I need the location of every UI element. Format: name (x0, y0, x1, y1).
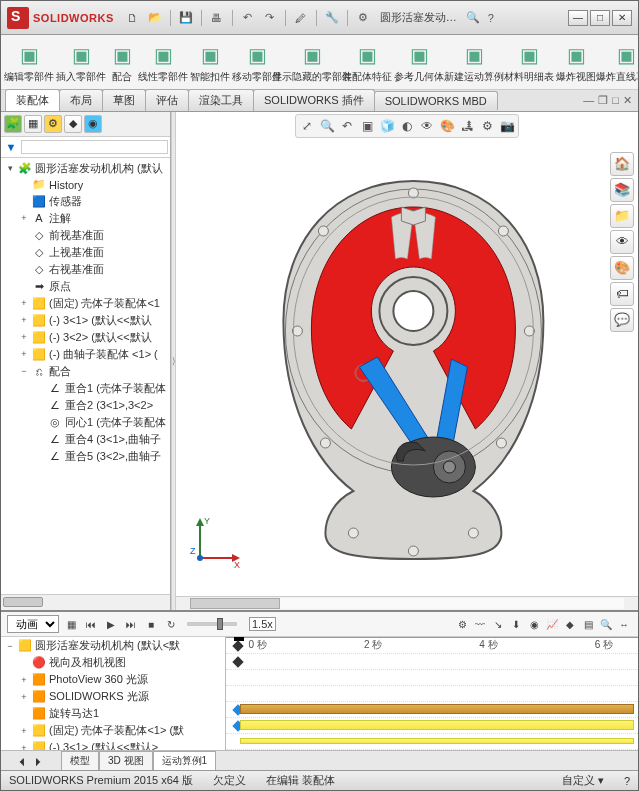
stop-icon[interactable]: ■ (143, 616, 159, 632)
motion-tab-3D 视图[interactable]: 3D 视图 (99, 751, 153, 770)
section-icon[interactable]: ▣ (358, 117, 376, 135)
motion-tab-模型[interactable]: 模型 (61, 751, 99, 770)
taskpane-library-icon[interactable]: 📚 (610, 178, 634, 202)
tree-item[interactable]: +🟨(-) 3<1> (默认<<默认 (1, 312, 170, 329)
motion-tree-item[interactable]: +🟧PhotoView 360 光源 (1, 671, 225, 688)
render-icon[interactable]: 📷 (498, 117, 516, 135)
ribbon-新建运动算例[interactable]: ▣新建运动算例 (445, 39, 503, 85)
tab-布局[interactable]: 布局 (59, 89, 103, 111)
tab-渲染工具[interactable]: 渲染工具 (188, 89, 254, 111)
ribbon-线性零部件[interactable]: ▣线性零部件 (137, 39, 189, 85)
rewind-icon[interactable]: ⏮ (83, 616, 99, 632)
fm-tab-dim-icon[interactable]: ◆ (64, 115, 82, 133)
ribbon-插入零部件[interactable]: ▣插入零部件 (55, 39, 107, 85)
prev-view-icon[interactable]: ↶ (338, 117, 356, 135)
tab-装配体[interactable]: 装配体 (5, 89, 60, 111)
tree-item[interactable]: ◇上视基准面 (1, 244, 170, 261)
status-help-icon[interactable]: ? (624, 775, 630, 787)
filter-icon[interactable]: ▼ (3, 139, 19, 155)
tree-item[interactable]: ∠重合1 (壳体子装配体 (1, 380, 170, 397)
speed-value[interactable]: 1.5x (249, 617, 276, 631)
motion-key-icon[interactable]: ◆ (562, 616, 578, 632)
tree-item[interactable]: +🟨(固定) 壳体子装配体<1 (1, 295, 170, 312)
motion-calc-icon[interactable]: ▦ (63, 616, 79, 632)
ribbon-智能扣件[interactable]: ▣智能扣件 (189, 39, 231, 85)
hide-show-icon[interactable]: 👁 (418, 117, 436, 135)
tab-SOLIDWORKS 插件[interactable]: SOLIDWORKS 插件 (253, 89, 375, 111)
taskpane-home-icon[interactable]: 🏠 (610, 152, 634, 176)
doc-close-icon[interactable]: ✕ (623, 94, 632, 107)
zoom-area-icon[interactable]: 🔍 (318, 117, 336, 135)
tab-SOLIDWORKS MBD[interactable]: SOLIDWORKS MBD (374, 91, 498, 110)
tab-评估[interactable]: 评估 (145, 89, 189, 111)
motion-tree-item[interactable]: +🟧SOLIDWORKS 光源 (1, 688, 225, 705)
ribbon-材料明细表[interactable]: ▣材料明细表 (503, 39, 555, 85)
fm-tab-property-icon[interactable]: ▦ (24, 115, 42, 133)
help-icon[interactable]: ? (482, 9, 500, 27)
filter-input[interactable] (21, 140, 168, 154)
motion-tab-nav-left[interactable]: ⏴ (17, 755, 28, 767)
ribbon-爆炸直线草图[interactable]: ▣爆炸直线草图 (597, 39, 638, 85)
search-icon[interactable]: 🔍 (464, 9, 482, 27)
motion-tree-item[interactable]: +🟨(-) 3<1> (默认<<默认> (1, 739, 225, 750)
close-button[interactable]: ✕ (612, 10, 632, 26)
ribbon-显示隐藏的零部件[interactable]: ▣显示隐藏的零部件 (283, 39, 341, 85)
taskpane-view-icon[interactable]: 👁 (610, 230, 634, 254)
motion-motor-icon[interactable]: ⚙ (454, 616, 470, 632)
status-custom-menu[interactable]: 自定义 ▾ (562, 773, 604, 788)
view-settings-icon[interactable]: ⚙ (478, 117, 496, 135)
ribbon-爆炸视图[interactable]: ▣爆炸视图 (555, 39, 597, 85)
motion-tab-运动算例1[interactable]: 运动算例1 (153, 751, 217, 770)
tree-item[interactable]: 🟦传感器 (1, 193, 170, 210)
fm-tab-tree-icon[interactable]: 🧩 (4, 115, 22, 133)
motion-tree-item[interactable]: +🟨(固定) 壳体子装配体<1> (默 (1, 722, 225, 739)
undo-icon[interactable]: ↶ (239, 9, 257, 27)
view-orient-icon[interactable]: 🧊 (378, 117, 396, 135)
maximize-button[interactable]: □ (590, 10, 610, 26)
tree-item[interactable]: +🟨(-) 曲轴子装配体 <1> ( (1, 346, 170, 363)
scene-icon[interactable]: 🏞 (458, 117, 476, 135)
motion-type-select[interactable]: 动画 (7, 615, 59, 633)
tree-item[interactable]: ◇右视基准面 (1, 261, 170, 278)
display-style-icon[interactable]: ◐ (398, 117, 416, 135)
tree-item[interactable]: ➡原点 (1, 278, 170, 295)
motion-tree-item[interactable]: −🟨圆形活塞发动机机构 (默认<默 (1, 637, 225, 654)
redo-icon[interactable]: ↷ (261, 9, 279, 27)
ribbon-配合[interactable]: ▣配合 (107, 39, 137, 85)
play-icon[interactable]: ▶ (103, 616, 119, 632)
motion-tree-item[interactable]: 🟧旋转马达1 (1, 705, 225, 722)
ribbon-装配体特征[interactable]: ▣装配体特征 (341, 39, 393, 85)
feature-panel-hscroll[interactable] (1, 594, 170, 610)
doc-maximize-icon[interactable]: □ (612, 94, 619, 107)
motion-gravity-icon[interactable]: ⬇ (508, 616, 524, 632)
motion-contact-icon[interactable]: ◉ (526, 616, 542, 632)
fm-tab-config-icon[interactable]: ⚙ (44, 115, 62, 133)
print-icon[interactable]: 🖶 (208, 9, 226, 27)
tab-草图[interactable]: 草图 (102, 89, 146, 111)
tree-item[interactable]: ∠重合5 (3<2>,曲轴子 (1, 448, 170, 465)
motion-result-icon[interactable]: 📈 (544, 616, 560, 632)
tree-root[interactable]: ▾ 🧩 圆形活塞发动机机构 (默认 (1, 160, 170, 177)
ribbon-参考几何体[interactable]: ▣参考几何体 (393, 39, 445, 85)
ribbon-编辑零部件[interactable]: ▣编辑零部件 (3, 39, 55, 85)
doc-minimize-icon[interactable]: — (583, 94, 594, 107)
speed-slider[interactable] (187, 622, 237, 626)
doc-restore-icon[interactable]: ❐ (598, 94, 608, 107)
tree-item[interactable]: +🟨(-) 3<2> (默认<<默认 (1, 329, 170, 346)
loop-icon[interactable]: ↻ (163, 616, 179, 632)
graphics-viewport[interactable]: ⤢ 🔍 ↶ ▣ 🧊 ◐ 👁 🎨 🏞 ⚙ 📷 (176, 112, 638, 611)
motion-collapse-icon[interactable]: ▤ (580, 616, 596, 632)
motion-zoom-icon[interactable]: 🔍 (598, 616, 614, 632)
tree-item[interactable]: ◇前视基准面 (1, 227, 170, 244)
save-icon[interactable]: 💾 (177, 9, 195, 27)
fm-tab-display-icon[interactable]: ◉ (84, 115, 102, 133)
open-icon[interactable]: 📂 (146, 9, 164, 27)
forward-icon[interactable]: ⏭ (123, 616, 139, 632)
tree-item[interactable]: ∠重合2 (3<1>,3<2> (1, 397, 170, 414)
motion-tree-item[interactable]: 🔴视向及相机视图 (1, 654, 225, 671)
tree-item[interactable]: −⎌配合 (1, 363, 170, 380)
viewport-hscroll[interactable] (176, 596, 638, 610)
taskpane-forum-icon[interactable]: 💬 (610, 308, 634, 332)
motion-force-icon[interactable]: ↘ (490, 616, 506, 632)
motion-spring-icon[interactable]: 〰 (472, 616, 488, 632)
